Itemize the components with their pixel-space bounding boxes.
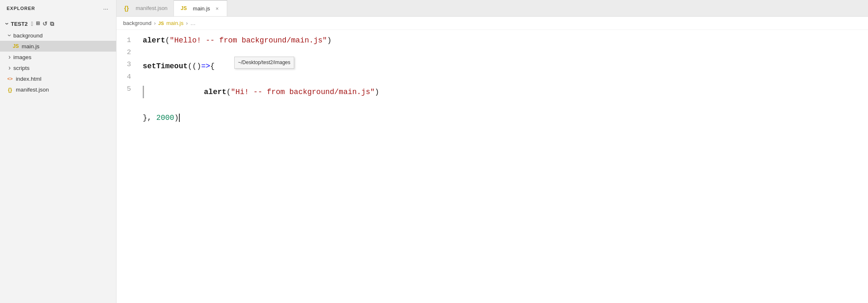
manifest-tab-label: manifest.json [136, 5, 168, 11]
line-num-3: 3 [117, 58, 131, 70]
sidebar: EXPLORER ··· TEST2  ⊞ ↺ ⧉ background JS… [0, 0, 117, 303]
background-label: background [13, 32, 43, 39]
code-line-4: alert("Hi! -- from background/main.js") [143, 73, 868, 112]
breadcrumb-background[interactable]: background [123, 20, 151, 26]
js-file-icon: JS [12, 42, 20, 50]
main-tab-label: main.js [193, 5, 210, 12]
breadcrumb-sep-2: › [186, 20, 188, 26]
code-area[interactable]: 1 2 3 4 5 alert("Hello! -- from backgrou… [117, 30, 868, 303]
tab-manifest-json[interactable]: {} manifest.json [117, 0, 174, 16]
breadcrumb-main-js[interactable]: main.js [166, 20, 184, 26]
tooltip-text: ~/Desktop/test2/images [238, 60, 290, 65]
main-editor: {} manifest.json JS main.js × background… [117, 0, 868, 303]
breadcrumb: background › JS main.js › … [117, 17, 868, 30]
root-label: TEST2 [11, 21, 27, 27]
tab-main-js[interactable]: JS main.js × [174, 0, 227, 16]
line-numbers: 1 2 3 4 5 [117, 33, 139, 300]
sidebar-item-images[interactable]: images [0, 52, 116, 62]
sidebar-header: EXPLORER ··· [0, 0, 116, 17]
breadcrumb-sep-1: › [154, 20, 156, 26]
refresh-icon[interactable]: ↺ [42, 20, 47, 27]
index-html-label: index.html [16, 76, 42, 82]
line-num-1: 1 [117, 34, 131, 46]
close-tab-button[interactable]: × [213, 5, 221, 12]
code-line-5: }, 2000) [143, 112, 868, 124]
sidebar-item-background[interactable]: background [0, 30, 116, 41]
background-chevron-icon [6, 32, 13, 39]
collapse-icon[interactable]: ⧉ [50, 20, 54, 27]
json-file-icon: {} [6, 85, 14, 94]
sidebar-item-index-html[interactable]: <> index.html [0, 73, 116, 84]
breadcrumb-ellipsis[interactable]: … [190, 20, 196, 26]
code-line-1: alert("Hello! -- from background/main.js… [143, 34, 868, 47]
tab-bar: {} manifest.json JS main.js × [117, 0, 868, 17]
sidebar-item-manifest-json[interactable]: {} manifest.json [0, 84, 116, 95]
text-cursor [179, 114, 180, 122]
manifest-tab-icon: {} [122, 4, 131, 12]
new-folder-icon[interactable]: ⊞ [36, 20, 40, 27]
code-alert-1: alert [143, 34, 165, 47]
scripts-chevron-icon [6, 64, 13, 72]
main-tab-icon: JS [180, 4, 188, 12]
scripts-label: scripts [13, 65, 30, 71]
line-num-2: 2 [117, 46, 131, 58]
root-folder[interactable]: TEST2  ⊞ ↺ ⧉ [0, 17, 116, 30]
main-js-label: main.js [22, 43, 40, 50]
line-num-5: 5 [117, 83, 131, 95]
indent-bar [143, 86, 144, 98]
sidebar-item-scripts[interactable]: scripts [0, 62, 116, 73]
code-content: alert("Hello! -- from background/main.js… [139, 33, 868, 300]
folder-root: TEST2  ⊞ ↺ ⧉ background JS main.js imag… [0, 17, 116, 96]
root-actions:  ⊞ ↺ ⧉ [31, 20, 54, 27]
html-file-icon: <> [6, 75, 14, 83]
images-chevron-icon [6, 53, 13, 61]
sidebar-actions: ··· [102, 5, 109, 12]
line-num-4: 4 [117, 71, 131, 83]
images-label: images [13, 54, 32, 60]
sidebar-title: EXPLORER [7, 6, 35, 11]
root-chevron-icon [3, 20, 11, 27]
breadcrumb-js-icon: JS [158, 21, 164, 26]
sidebar-item-main-js[interactable]: JS main.js [0, 41, 116, 52]
code-line-3: setTimeout(()=>{ ~/Desktop/test2/images [143, 60, 868, 73]
manifest-json-label: manifest.json [16, 87, 49, 93]
tooltip: ~/Desktop/test2/images [234, 57, 294, 69]
new-file-icon[interactable]:  [31, 20, 33, 27]
more-options-button[interactable]: ··· [102, 5, 109, 12]
